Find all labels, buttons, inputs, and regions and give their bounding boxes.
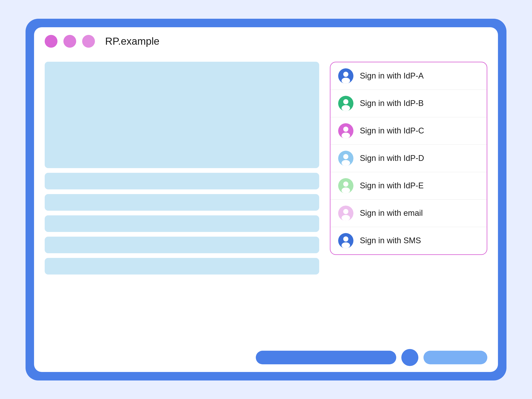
content-block-4 bbox=[45, 237, 319, 253]
browser-toolbar: RP.example bbox=[34, 27, 498, 55]
svg-point-4 bbox=[343, 99, 348, 104]
svg-point-11 bbox=[342, 160, 350, 166]
avatar-idp-d bbox=[338, 151, 354, 166]
svg-point-8 bbox=[342, 133, 350, 139]
browser-content: Sign in with IdP-A Sign in with IdP-B bbox=[34, 55, 498, 343]
toolbar-dot-2 bbox=[63, 35, 76, 48]
content-block-1 bbox=[45, 173, 319, 189]
page-title: RP.example bbox=[105, 35, 159, 47]
signin-sms[interactable]: Sign in with SMS bbox=[330, 227, 487, 254]
avatar-idp-c bbox=[338, 123, 354, 139]
right-panel: Sign in with IdP-A Sign in with IdP-B bbox=[330, 62, 487, 337]
signin-idp-c-label: Sign in with IdP-C bbox=[360, 126, 424, 135]
signin-idp-b[interactable]: Sign in with IdP-B bbox=[330, 90, 487, 117]
signin-idp-a-label: Sign in with IdP-A bbox=[360, 71, 424, 80]
svg-point-20 bbox=[342, 242, 350, 248]
avatar-sms bbox=[338, 233, 354, 248]
content-block-2 bbox=[45, 194, 319, 211]
svg-point-10 bbox=[343, 154, 348, 159]
signin-idp-a[interactable]: Sign in with IdP-A bbox=[330, 62, 487, 90]
svg-point-1 bbox=[343, 72, 348, 77]
toolbar-dot-1 bbox=[45, 35, 57, 48]
svg-point-13 bbox=[343, 182, 348, 187]
footer-progress-bar bbox=[256, 351, 396, 364]
avatar-idp-a bbox=[338, 68, 354, 84]
signin-sms-label: Sign in with SMS bbox=[360, 236, 421, 245]
toolbar-dot-3 bbox=[82, 35, 95, 48]
signin-email[interactable]: Sign in with email bbox=[330, 200, 487, 227]
avatar-idp-b bbox=[338, 96, 354, 111]
left-panel bbox=[45, 62, 319, 337]
signin-idp-d-label: Sign in with IdP-D bbox=[360, 154, 424, 163]
signin-idp-e[interactable]: Sign in with IdP-E bbox=[330, 172, 487, 200]
svg-point-16 bbox=[343, 209, 348, 214]
svg-point-19 bbox=[343, 236, 348, 241]
avatar-idp-e bbox=[338, 178, 354, 193]
svg-point-2 bbox=[342, 78, 350, 84]
svg-point-14 bbox=[342, 188, 350, 193]
browser-frame: RP.example bbox=[25, 19, 507, 380]
content-block-3 bbox=[45, 215, 319, 232]
footer-button[interactable] bbox=[424, 351, 487, 364]
svg-point-5 bbox=[342, 105, 350, 111]
svg-point-17 bbox=[342, 215, 350, 221]
signin-email-label: Sign in with email bbox=[360, 209, 423, 218]
browser-inner: RP.example bbox=[34, 27, 498, 372]
avatar-email bbox=[338, 206, 354, 221]
signin-idp-b-label: Sign in with IdP-B bbox=[360, 99, 424, 108]
content-block-5 bbox=[45, 258, 319, 274]
browser-footer bbox=[34, 343, 498, 372]
footer-dot[interactable] bbox=[401, 349, 418, 366]
svg-point-7 bbox=[343, 127, 348, 132]
content-block-large bbox=[45, 62, 319, 168]
signin-idp-e-label: Sign in with IdP-E bbox=[360, 181, 424, 190]
sign-in-card: Sign in with IdP-A Sign in with IdP-B bbox=[330, 62, 487, 255]
signin-idp-d[interactable]: Sign in with IdP-D bbox=[330, 145, 487, 172]
signin-idp-c[interactable]: Sign in with IdP-C bbox=[330, 117, 487, 145]
